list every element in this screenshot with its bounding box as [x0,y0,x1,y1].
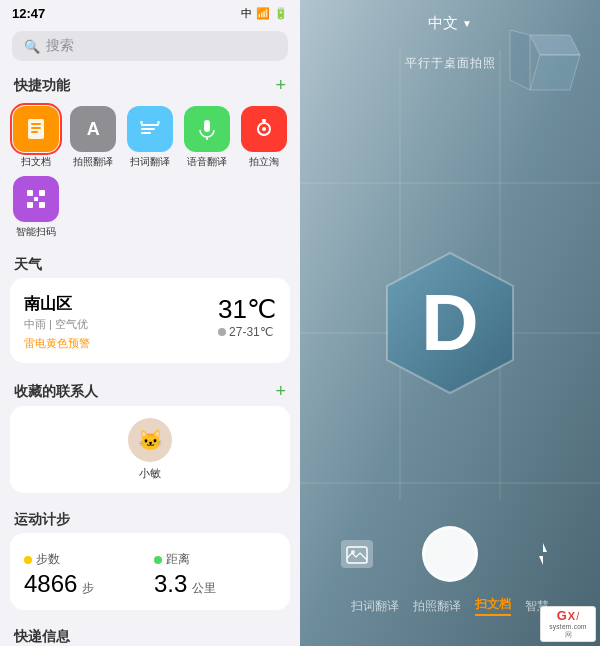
contact-name: 小敏 [139,466,161,481]
svg-rect-1 [31,123,41,125]
quick-functions-grid: 扫文档 A 拍照翻译 扫词翻译 [0,100,300,248]
quick-functions-add[interactable]: + [275,75,286,96]
camera-top-bar: 中文 ▼ [300,14,600,33]
steps-value: 4866 步 [24,570,146,598]
scan-translate-label: 扫词翻译 [130,156,170,168]
contacts-title: 收藏的联系人 [14,383,98,401]
svg-rect-16 [27,202,33,208]
steps-item: 步数 4866 步 [24,551,146,598]
watermark-sub: 网 [565,630,572,640]
scan-doc-icon [13,106,59,152]
quick-item-voice-translate[interactable]: 语音翻译 [182,106,231,168]
svg-point-12 [262,127,266,131]
svg-rect-8 [157,121,160,124]
scan-translate-icon [127,106,173,152]
left-panel: 12:47 中 📶 🔋 🔍 搜索 快捷功能 + 扫文档 [0,0,300,646]
svg-rect-17 [39,202,45,208]
steps-dot-green [154,556,162,564]
weather-temperature: 31℃ [218,294,276,325]
quick-item-scan-doc[interactable]: 扫文档 [12,106,61,168]
contacts-header: 收藏的联系人 + [0,373,300,406]
contacts-add[interactable]: + [275,381,286,402]
contacts-card: 🐱 小敏 [10,406,290,493]
signal-icon: 中 [241,6,252,21]
svg-rect-6 [141,132,151,134]
svg-rect-13 [262,119,266,122]
watermark: G X / system.com 网 [540,606,596,642]
steps-title: 运动计步 [14,511,70,529]
quick-functions-title: 快捷功能 [14,77,70,95]
smart-scan-icon [13,176,59,222]
svg-rect-4 [141,124,159,126]
camera-controls [300,526,600,582]
wifi-icon: 📶 [256,7,270,20]
camera-tabs: 扫词翻译 拍照翻译 扫文档 智慧 [351,596,549,616]
hexagon: D [375,248,525,398]
camera-panel: 中文 ▼ 平行于桌面拍照 D [300,0,600,646]
express-title: 快递信息 [14,628,70,646]
steps-dot-yellow [24,556,32,564]
quick-item-photo-translate[interactable]: A 拍照翻译 [69,106,118,168]
scan-doc-label: 扫文档 [21,156,51,168]
photo-translate-icon: A [70,106,116,152]
photo-translate-label: 拍照翻译 [73,156,113,168]
cloud-dot [218,328,226,336]
svg-rect-14 [27,190,33,196]
steps-label: 步数 [24,551,146,568]
weather-title: 天气 [14,256,42,274]
svg-rect-15 [39,190,45,196]
status-time: 12:47 [12,6,45,21]
weather-alert: 雷电黄色预警 [24,336,90,351]
watermark-g: G [557,608,567,623]
svg-rect-7 [140,121,143,124]
svg-rect-18 [34,197,38,201]
voice-translate-label: 语音翻译 [187,156,227,168]
quick-item-photo-taobao[interactable]: 拍立淘 [239,106,288,168]
status-icons: 中 📶 🔋 [241,6,288,21]
search-bar[interactable]: 🔍 搜索 [12,31,288,61]
camera-language-selector[interactable]: 中文 ▼ [428,14,472,33]
weather-condition: 中雨 | 空气优 [24,317,90,332]
battery-icon: 🔋 [274,7,288,20]
weather-location: 南山区 [24,294,90,315]
tab-photo-translate[interactable]: 拍照翻译 [413,598,461,615]
status-bar: 12:47 中 📶 🔋 [0,0,300,25]
distance-value: 3.3 公里 [154,570,276,598]
distance-label: 距离 [154,551,276,568]
weather-header: 天气 [0,248,300,278]
hex-letter: D [421,277,479,369]
quick-item-scan-translate[interactable]: 扫词翻译 [126,106,175,168]
contact-item[interactable]: 🐱 小敏 [24,418,276,481]
distance-item: 距离 3.3 公里 [154,551,276,598]
tab-scan-doc[interactable]: 扫文档 [475,596,511,616]
svg-marker-32 [539,543,547,565]
express-header: 快递信息 [0,620,300,646]
quick-item-smart-scan[interactable]: 智能扫码 [12,176,61,238]
weather-range: 27-31℃ [218,325,276,339]
photo-taobao-icon [241,106,287,152]
weather-card: 南山区 中雨 | 空气优 雷电黄色预警 31℃ 27-31℃ [10,278,290,363]
steps-header: 运动计步 [0,503,300,533]
tab-scan-translate[interactable]: 扫词翻译 [351,598,399,615]
photo-taobao-label: 拍立淘 [249,156,279,168]
smart-scan-label: 智能扫码 [16,226,56,238]
steps-card: 步数 4866 步 距离 3.3 公里 [10,533,290,610]
contact-avatar: 🐱 [128,418,172,462]
svg-rect-2 [31,127,41,129]
search-placeholder: 搜索 [46,37,74,55]
voice-translate-icon [184,106,230,152]
svg-rect-9 [204,120,210,132]
svg-rect-5 [141,128,155,130]
camera-bottom: 扫词翻译 拍照翻译 扫文档 智慧 [300,526,600,616]
gallery-button[interactable] [341,540,373,568]
hex-container: D [375,248,525,398]
watermark-site: system.com [549,623,587,630]
camera-shutter-button[interactable] [422,526,478,582]
camera-hint: 平行于桌面拍照 [300,55,600,72]
chevron-down-icon: ▼ [462,18,472,29]
flashlight-button[interactable] [527,538,559,570]
search-icon: 🔍 [24,39,40,54]
quick-functions-header: 快捷功能 + [0,67,300,100]
camera-language-label: 中文 [428,14,458,33]
svg-rect-3 [31,131,38,133]
